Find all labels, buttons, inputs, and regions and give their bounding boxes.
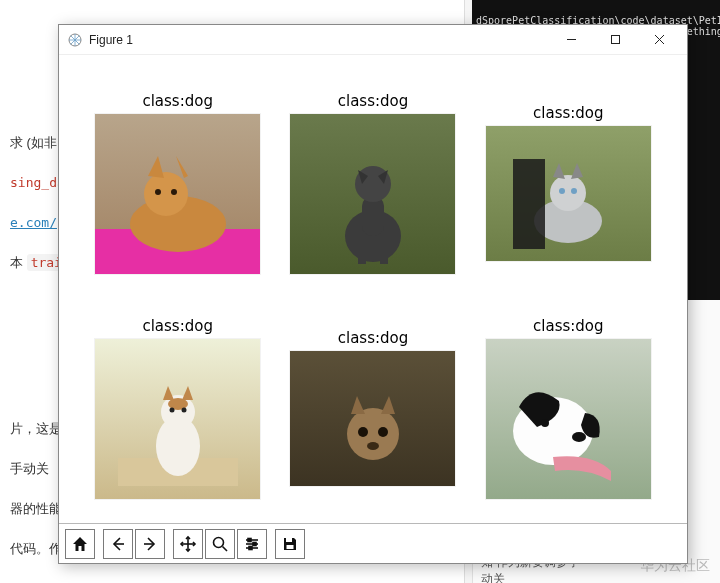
bg-text: 器的性能	[10, 501, 62, 516]
bg-text: 片，这是	[10, 421, 62, 436]
subplot-image	[290, 114, 455, 274]
svg-point-23	[571, 188, 577, 194]
subplot-4: class:dog	[89, 317, 266, 499]
zoom-button[interactable]	[205, 529, 235, 559]
minimize-button[interactable]	[549, 25, 593, 55]
svg-rect-51	[249, 546, 252, 549]
forward-button[interactable]	[135, 529, 165, 559]
bg-text: 求 (如非	[10, 135, 57, 150]
subplot-6: class:dog	[480, 317, 657, 499]
subplot-image	[95, 339, 260, 499]
subplot-image	[290, 351, 455, 486]
configure-subplots-button[interactable]	[237, 529, 267, 559]
bg-token: sing_da	[10, 175, 65, 190]
svg-rect-2	[611, 36, 619, 44]
subplot-title: class:dog	[338, 329, 409, 347]
save-button[interactable]	[275, 529, 305, 559]
bg-text: 手动关	[10, 461, 49, 476]
svg-point-30	[181, 408, 186, 413]
back-button[interactable]	[103, 529, 133, 559]
home-button[interactable]	[65, 529, 95, 559]
subplot-title: class:dog	[533, 104, 604, 122]
svg-point-22	[559, 188, 565, 194]
svg-marker-20	[553, 163, 565, 179]
svg-point-39	[572, 432, 586, 442]
svg-line-45	[223, 546, 228, 551]
subplot-image	[95, 114, 260, 274]
bg-link: e.com/	[10, 215, 57, 230]
svg-rect-16	[358, 252, 366, 264]
titlebar[interactable]: Figure 1	[59, 25, 687, 55]
svg-rect-53	[287, 545, 294, 549]
subplot-title: class:dog	[338, 92, 409, 110]
svg-point-9	[155, 189, 161, 195]
svg-point-35	[378, 427, 388, 437]
subplot-title: class:dog	[142, 92, 213, 110]
svg-marker-7	[148, 156, 164, 178]
subplot-5: class:dog	[284, 329, 461, 486]
svg-point-44	[214, 537, 224, 547]
svg-point-13	[355, 166, 391, 202]
subplot-1: class:dog	[89, 92, 266, 274]
close-button[interactable]	[637, 25, 681, 55]
svg-rect-24	[513, 159, 545, 249]
svg-marker-21	[571, 163, 583, 179]
svg-point-38	[541, 419, 549, 427]
svg-point-29	[169, 408, 174, 413]
figure-canvas: class:dog class:dog class:dog class:dog	[59, 55, 687, 523]
subplot-image	[486, 339, 651, 499]
svg-rect-49	[248, 538, 251, 541]
svg-point-36	[367, 442, 379, 450]
matplotlib-toolbar	[59, 523, 687, 563]
subplot-3: class:dog	[480, 104, 657, 261]
svg-point-31	[347, 408, 399, 460]
svg-rect-50	[253, 542, 256, 545]
svg-point-10	[171, 189, 177, 195]
svg-rect-52	[286, 538, 292, 542]
svg-point-34	[358, 427, 368, 437]
svg-rect-17	[380, 252, 388, 264]
subplot-2: class:dog	[284, 92, 461, 274]
svg-marker-32	[351, 396, 365, 414]
svg-point-19	[550, 175, 586, 211]
app-icon	[67, 32, 83, 48]
maximize-button[interactable]	[593, 25, 637, 55]
figure-window: Figure 1 class:dog class:dog	[58, 24, 688, 564]
subplot-image	[486, 126, 651, 261]
svg-marker-8	[176, 156, 188, 178]
pan-button[interactable]	[173, 529, 203, 559]
subplot-title: class:dog	[142, 317, 213, 335]
bg-text: 本	[10, 255, 27, 270]
svg-marker-33	[381, 396, 395, 414]
subplot-title: class:dog	[533, 317, 604, 335]
window-title: Figure 1	[89, 33, 133, 47]
svg-point-6	[144, 172, 188, 216]
